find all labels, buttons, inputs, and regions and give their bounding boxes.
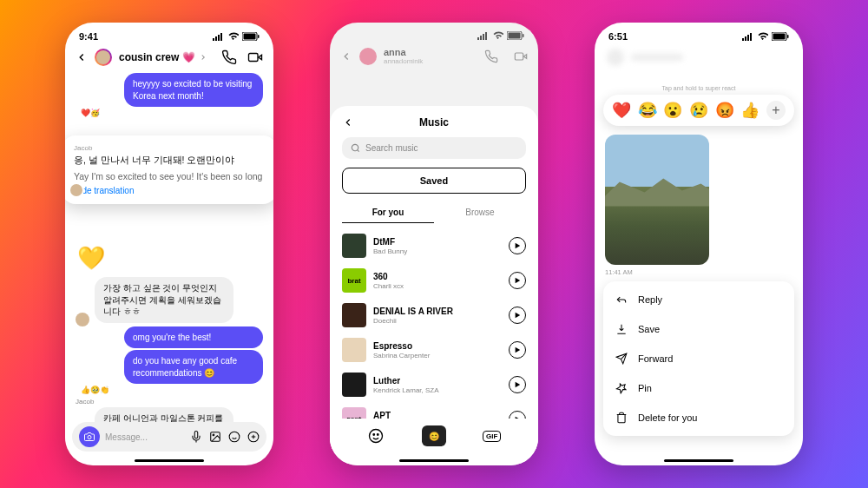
- svg-marker-22: [516, 347, 521, 353]
- status-indicators: [741, 32, 789, 41]
- mic-icon[interactable]: [190, 431, 202, 443]
- status-indicators: [212, 32, 260, 41]
- tab-browse[interactable]: Browse: [434, 202, 526, 223]
- track-artist: Charli xcx: [373, 282, 502, 290]
- play-button[interactable]: [509, 307, 526, 324]
- status-time: 6:51: [608, 31, 628, 42]
- sticker-icon[interactable]: [228, 431, 240, 443]
- tab-avatar[interactable]: [364, 425, 388, 446]
- svg-rect-3: [249, 54, 259, 62]
- menu-forward[interactable]: Forward: [603, 344, 794, 373]
- avatar[interactable]: [95, 49, 112, 66]
- svg-marker-19: [516, 243, 521, 248]
- play-button[interactable]: [509, 272, 526, 289]
- sticker[interactable]: 💛: [76, 242, 107, 274]
- album-art: [342, 373, 366, 397]
- reaction-bar: ❤️ 😂 😮 😢 😡 👍 +: [603, 95, 794, 126]
- track-artist: Doechii: [373, 317, 502, 325]
- react-more-button[interactable]: +: [766, 101, 786, 120]
- saved-button[interactable]: Saved: [342, 168, 526, 194]
- svg-marker-21: [516, 313, 521, 318]
- video-icon: [514, 49, 528, 63]
- react-thumbs[interactable]: 👍: [740, 101, 760, 120]
- track-artist: Bad Bunny: [373, 247, 502, 255]
- play-button[interactable]: [509, 376, 526, 393]
- chat-header-dimmed: anna annadominik: [330, 43, 538, 69]
- message-reactions[interactable]: 👍🥹👏: [76, 386, 263, 394]
- play-button[interactable]: [509, 237, 526, 254]
- react-sad[interactable]: 😢: [689, 101, 708, 120]
- track-row[interactable]: EspressoSabrina Carpenter: [342, 333, 526, 367]
- sender-avatar[interactable]: [76, 313, 89, 326]
- sender-label: Jacob: [74, 144, 265, 152]
- track-title: DENIAL IS A RIVER: [373, 307, 502, 317]
- home-indicator[interactable]: [135, 459, 204, 462]
- track-title: Luther: [373, 376, 502, 386]
- chat-name: anna: [384, 47, 477, 57]
- svg-marker-16: [523, 54, 526, 58]
- plus-icon[interactable]: [247, 431, 260, 443]
- tab-gif[interactable]: GIF: [480, 425, 504, 446]
- media-attachment[interactable]: [605, 135, 709, 265]
- track-artist: Kendrick Lamar, SZA: [373, 386, 502, 394]
- message-input[interactable]: Message...: [105, 432, 185, 442]
- composer: Message...: [72, 422, 266, 452]
- svg-rect-30: [787, 35, 789, 38]
- track-row[interactable]: brat360Charli xcx: [342, 263, 526, 298]
- video-icon[interactable]: [247, 49, 263, 65]
- search-input[interactable]: Search music: [342, 137, 526, 159]
- menu-pin[interactable]: Pin: [603, 373, 794, 403]
- search-icon: [351, 143, 360, 153]
- svg-point-25: [370, 430, 383, 443]
- album-art: [342, 303, 366, 327]
- back-icon[interactable]: [76, 51, 88, 63]
- forward-icon: [615, 353, 628, 365]
- home-indicator[interactable]: [399, 459, 469, 462]
- message-received[interactable]: 가장 하고 싶은 것이 무엇인지 알려주시면 계획을 세워보겠습니다 ㅎㅎ: [95, 277, 233, 323]
- react-laugh[interactable]: 😂: [638, 101, 657, 120]
- react-heart[interactable]: ❤️: [612, 101, 631, 120]
- svg-point-27: [378, 434, 379, 436]
- home-indicator[interactable]: [664, 459, 733, 462]
- message-sent[interactable]: heyyyy so excited to be visiting Korea n…: [124, 73, 263, 107]
- back-icon[interactable]: [342, 116, 354, 129]
- svg-point-8: [229, 432, 240, 442]
- chat-name[interactable]: cousin crew 💗: [119, 51, 214, 63]
- sender-avatar[interactable]: [69, 182, 84, 198]
- track-row[interactable]: DENIAL IS A RIVERDoechii: [342, 298, 526, 333]
- svg-point-5: [88, 436, 91, 439]
- menu-delete[interactable]: Delete for you: [603, 403, 794, 432]
- svg-rect-13: [509, 33, 521, 39]
- status-bar: 9:41: [65, 23, 273, 45]
- track-row[interactable]: LutherKendrick Lamar, SZA: [342, 367, 526, 402]
- play-button[interactable]: [509, 341, 526, 359]
- menu-reply[interactable]: Reply: [603, 285, 794, 314]
- translation-original: 응, 널 만나서 너무 기대돼! 오랜만이야: [74, 154, 265, 167]
- hide-translation-link[interactable]: Hide translation: [74, 186, 265, 195]
- svg-rect-29: [773, 34, 786, 40]
- music-sheet: Music Search music Saved For you Browse …: [330, 106, 538, 465]
- message-sent[interactable]: omg you're the best!: [124, 326, 263, 349]
- svg-marker-4: [259, 55, 262, 59]
- svg-marker-20: [516, 278, 521, 283]
- react-angry[interactable]: 😡: [715, 101, 734, 120]
- track-title: 360: [373, 272, 502, 282]
- chat-handle: annadominik: [384, 57, 477, 65]
- svg-rect-14: [523, 34, 524, 37]
- menu-save[interactable]: Save: [603, 314, 794, 344]
- phone-music: anna annadominik Music Search music Save…: [330, 23, 538, 465]
- back-icon: [340, 50, 352, 63]
- react-wow[interactable]: 😮: [663, 101, 682, 120]
- track-row[interactable]: DtMFBad Bunny: [342, 228, 526, 263]
- call-icon: [484, 49, 498, 63]
- react-hint: Tap and hold to super react: [605, 85, 792, 91]
- message-reactions[interactable]: ❤️🥳: [76, 109, 263, 117]
- call-icon[interactable]: [221, 49, 237, 65]
- camera-button[interactable]: [79, 426, 100, 447]
- message-sent[interactable]: do you have any good cafe recommendation…: [124, 350, 263, 384]
- photo-icon[interactable]: [209, 431, 221, 443]
- tab-for-you[interactable]: For you: [342, 202, 434, 223]
- delete-icon: [615, 412, 628, 424]
- bottom-tabs: 😊 GIF: [330, 419, 538, 453]
- tab-stickers[interactable]: 😊: [422, 425, 446, 446]
